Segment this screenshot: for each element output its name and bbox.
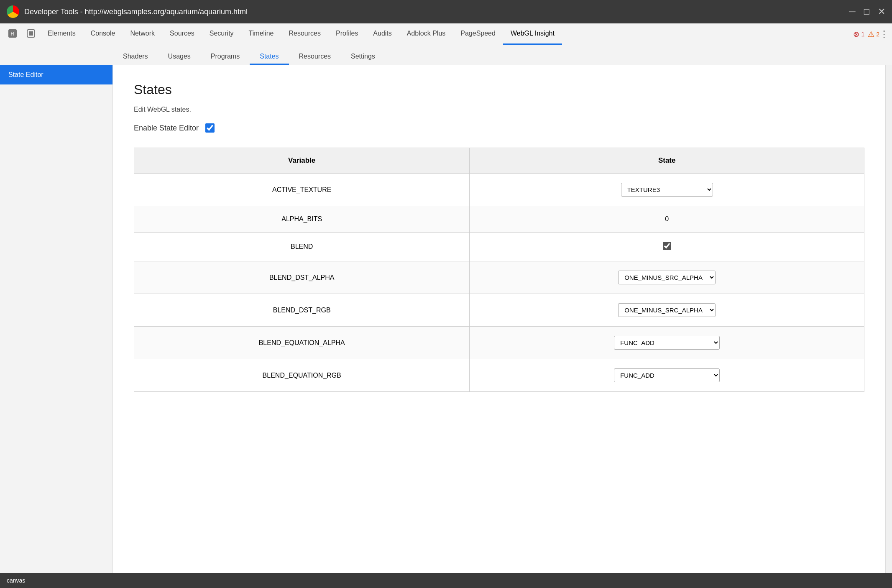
variable-cell: BLEND_EQUATION_ALPHA — [134, 327, 470, 359]
state-cell: TEXTURE0TEXTURE1TEXTURE2TEXTURE3TEXTURE4 — [470, 174, 864, 206]
error-badge: ⊗ 1 — [853, 30, 864, 39]
variable-cell: BLEND_DST_RGB — [134, 294, 470, 327]
variable-cell: ALPHA_BITS — [134, 206, 470, 233]
minimize-button[interactable]: ─ — [849, 7, 856, 16]
table-row: ALPHA_BITS0 — [134, 206, 864, 233]
state-select-blend_equation_alpha[interactable]: FUNC_ADDFUNC_SUBTRACTFUNC_REVERSE_SUBTRA… — [614, 336, 720, 350]
state-cell: FUNC_ADDFUNC_SUBTRACTFUNC_REVERSE_SUBTRA… — [470, 359, 864, 392]
table-row: BLEND_DST_RGBZEROONESRC_COLORONE_MINUS_S… — [134, 294, 864, 327]
chrome-icon — [7, 5, 19, 18]
r-icon: R — [8, 28, 18, 38]
devtools-menu-button[interactable]: ⋮ — [879, 29, 889, 40]
table-row: BLEND_DST_ALPHAZEROONESRC_COLORONE_MINUS… — [134, 261, 864, 294]
tab-timeline[interactable]: Timeline — [241, 23, 281, 45]
warn-icon: ⚠ — [868, 30, 874, 39]
devtools-r-icon[interactable]: R — [3, 23, 22, 45]
tab-audits[interactable]: Audits — [365, 23, 399, 45]
devtools-tab-bar: R Elements Console Network Sources Secur… — [0, 23, 892, 45]
window-controls: ─ □ ✕ — [849, 7, 885, 16]
state-cell: 0 — [470, 206, 864, 233]
close-button[interactable]: ✕ — [878, 7, 885, 16]
page-title: States — [134, 82, 864, 97]
tab-console[interactable]: Console — [83, 23, 123, 45]
table-row: BLEND_EQUATION_ALPHAFUNC_ADDFUNC_SUBTRAC… — [134, 327, 864, 359]
tab-usages[interactable]: Usages — [158, 49, 201, 65]
tab-profiles[interactable]: Profiles — [328, 23, 365, 45]
svg-text:R: R — [10, 31, 14, 37]
title-bar: Developer Tools - http://webglsamples.or… — [0, 0, 892, 23]
warn-badge: ⚠ 2 — [868, 30, 879, 39]
tab-network[interactable]: Network — [123, 23, 162, 45]
state-cell: ZEROONESRC_COLORONE_MINUS_SRC_COLORSRC_A… — [470, 294, 864, 327]
state-cell: ZEROONESRC_COLORONE_MINUS_SRC_COLORSRC_A… — [470, 261, 864, 294]
inspect-icon — [26, 28, 36, 38]
tab-shaders[interactable]: Shaders — [113, 49, 158, 65]
tab-settings[interactable]: Settings — [341, 49, 385, 65]
tab-programs[interactable]: Programs — [201, 49, 250, 65]
window-title: Developer Tools - http://webglsamples.or… — [24, 8, 844, 16]
state-checkbox-blend[interactable] — [663, 242, 671, 250]
enable-state-editor-row: Enable State Editor — [134, 123, 864, 133]
enable-state-editor-checkbox[interactable] — [205, 123, 215, 133]
warn-count: 2 — [876, 31, 879, 38]
error-icon: ⊗ — [853, 30, 859, 39]
main-layout: State Editor States Edit WebGL states. E… — [0, 65, 892, 573]
state-select-blend_dst_alpha[interactable]: ZEROONESRC_COLORONE_MINUS_SRC_COLORSRC_A… — [618, 271, 716, 284]
page-description: Edit WebGL states. — [134, 106, 864, 113]
svg-rect-3 — [29, 31, 33, 36]
bottom-bar-label: canvas — [7, 577, 25, 584]
col-header-state: State — [470, 148, 864, 174]
variable-cell: BLEND_DST_ALPHA — [134, 261, 470, 294]
plugin-tab-bar: Shaders Usages Programs States Resources… — [0, 45, 892, 65]
sidebar-item-state-editor[interactable]: State Editor — [0, 65, 112, 84]
tab-security[interactable]: Security — [202, 23, 241, 45]
tab-elements[interactable]: Elements — [40, 23, 83, 45]
tab-webgl[interactable]: WebGL Insight — [503, 23, 562, 45]
variable-cell: BLEND — [134, 233, 470, 261]
devtools-inspect-icon[interactable] — [22, 23, 40, 45]
tab-sources[interactable]: Sources — [162, 23, 202, 45]
state-select-active_texture[interactable]: TEXTURE0TEXTURE1TEXTURE2TEXTURE3TEXTURE4 — [621, 183, 713, 197]
col-header-variable: Variable — [134, 148, 470, 174]
bottom-bar: canvas — [0, 573, 892, 588]
tab-states[interactable]: States — [250, 49, 289, 65]
states-table: Variable State ACTIVE_TEXTURETEXTURE0TEX… — [134, 148, 864, 392]
scrollbar[interactable] — [885, 65, 892, 573]
sidebar: State Editor — [0, 65, 113, 573]
maximize-button[interactable]: □ — [864, 7, 869, 16]
variable-cell: ACTIVE_TEXTURE — [134, 174, 470, 206]
enable-state-editor-label: Enable State Editor — [134, 124, 199, 133]
table-row: BLEND_EQUATION_RGBFUNC_ADDFUNC_SUBTRACTF… — [134, 359, 864, 392]
state-cell — [470, 233, 864, 261]
variable-cell: BLEND_EQUATION_RGB — [134, 359, 470, 392]
tab-resources[interactable]: Resources — [281, 23, 328, 45]
state-select-blend_equation_rgb[interactable]: FUNC_ADDFUNC_SUBTRACTFUNC_REVERSE_SUBTRA… — [614, 368, 720, 382]
table-row: ACTIVE_TEXTURETEXTURE0TEXTURE1TEXTURE2TE… — [134, 174, 864, 206]
tab-adblock[interactable]: Adblock Plus — [399, 23, 453, 45]
tab-pagespeed[interactable]: PageSpeed — [453, 23, 503, 45]
state-cell: FUNC_ADDFUNC_SUBTRACTFUNC_REVERSE_SUBTRA… — [470, 327, 864, 359]
tab-plugin-resources[interactable]: Resources — [289, 49, 341, 65]
state-select-blend_dst_rgb[interactable]: ZEROONESRC_COLORONE_MINUS_SRC_COLORSRC_A… — [618, 303, 716, 317]
table-row: BLEND — [134, 233, 864, 261]
error-count: 1 — [861, 31, 864, 38]
error-count-area: ⊗ 1 ⚠ 2 — [853, 30, 879, 39]
content-area: States Edit WebGL states. Enable State E… — [113, 65, 885, 573]
